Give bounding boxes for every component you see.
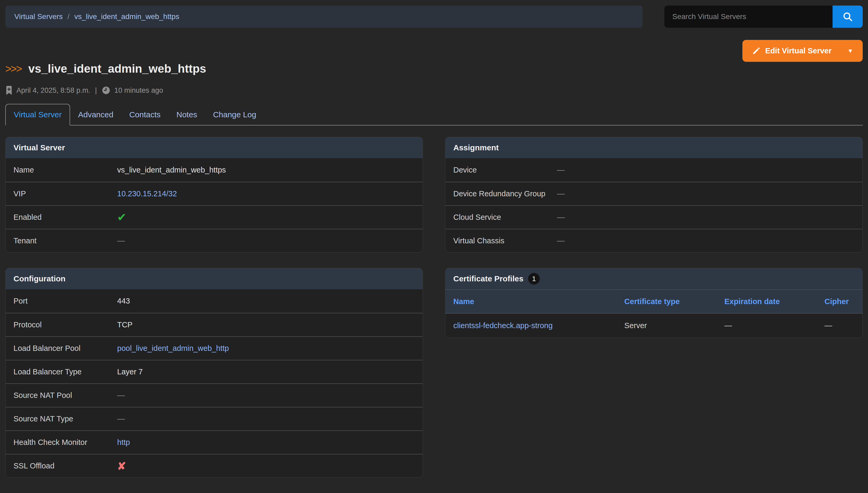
- table-row: clientssl-fedcheck.app-strong Server — —: [445, 313, 863, 338]
- row-label: Device: [453, 166, 557, 174]
- column-header-expiration-date[interactable]: Expiration date: [716, 290, 816, 313]
- table-row: Protocol TCP: [5, 313, 423, 336]
- row-value: 443: [117, 297, 130, 305]
- health-check-monitor-link[interactable]: http: [117, 438, 130, 447]
- title-chevrons: >>>: [5, 63, 21, 75]
- column-header-certificate-type[interactable]: Certificate type: [617, 290, 716, 313]
- cipher-cell: —: [817, 313, 863, 338]
- bookmark-icon: [5, 86, 13, 95]
- row-value: Layer 7: [117, 367, 143, 376]
- table-row: Device Redundancy Group —: [445, 182, 863, 205]
- table-row: Port 443: [5, 289, 423, 313]
- pencil-icon: [752, 47, 760, 55]
- row-value: —: [117, 391, 125, 400]
- row-label: Device Redundancy Group: [453, 189, 557, 198]
- breadcrumb-link-current-object[interactable]: vs_live_ident_admin_web_https: [74, 13, 179, 21]
- row-label: Source NAT Type: [14, 414, 117, 423]
- table-row: Tenant —: [5, 229, 423, 252]
- row-value: —: [117, 236, 125, 245]
- row-label: Cloud Service: [453, 213, 557, 222]
- column-header-cipher[interactable]: Cipher: [817, 290, 863, 313]
- row-value: —: [557, 213, 565, 222]
- meta-separator: |: [95, 86, 97, 94]
- clock-icon: [102, 86, 110, 95]
- tab-advanced[interactable]: Advanced: [70, 104, 121, 125]
- tab-change-log[interactable]: Change Log: [205, 104, 264, 125]
- table-row: Cloud Service —: [445, 205, 863, 229]
- table-row: Source NAT Pool —: [5, 383, 423, 407]
- cross-icon: ✘: [117, 461, 126, 471]
- expiration-date-cell: —: [716, 313, 816, 338]
- search-bar: [664, 5, 863, 28]
- table-row: Load Balancer Pool pool_live_ident_admin…: [5, 336, 423, 360]
- breadcrumb-link-virtual-servers[interactable]: Virtual Servers: [14, 13, 63, 21]
- row-label: SSL Offload: [14, 462, 117, 470]
- check-icon: ✔: [117, 212, 126, 223]
- row-value: —: [557, 166, 565, 174]
- certificate-profiles-table: Name Certificate type Expiration date Ci…: [445, 289, 863, 338]
- row-value: —: [557, 189, 565, 198]
- table-row: SSL Offload ✘: [5, 454, 423, 477]
- vip-link[interactable]: 10.230.15.214/32: [117, 189, 177, 198]
- left-column: Virtual Server Name vs_live_ident_admin_…: [5, 137, 423, 478]
- row-label: Source NAT Pool: [14, 391, 117, 400]
- panel-virtual-server: Virtual Server Name vs_live_ident_admin_…: [5, 137, 423, 253]
- object-meta: April 4, 2025, 8:58 p.m. | 10 minutes ag…: [5, 86, 863, 95]
- page-title-text: vs_live_ident_admin_web_https: [28, 62, 206, 75]
- table-row: Enabled ✔: [5, 205, 423, 229]
- table-row: VIP 10.230.15.214/32: [5, 182, 423, 205]
- edit-button-label: Edit Virtual Server: [765, 46, 831, 55]
- count-badge: 1: [528, 273, 540, 284]
- certificate-type-cell: Server: [617, 313, 716, 338]
- tab-notes[interactable]: Notes: [168, 104, 205, 125]
- search-icon: [842, 11, 853, 22]
- table-header-row: Name Certificate type Expiration date Ci…: [445, 290, 863, 313]
- chevron-down-icon: ▼: [847, 47, 853, 55]
- breadcrumb-separator: /: [67, 13, 69, 21]
- last-updated: 10 minutes ago: [114, 86, 163, 94]
- breadcrumb: Virtual Servers / vs_live_ident_admin_we…: [5, 5, 643, 28]
- search-button[interactable]: [832, 5, 863, 28]
- tab-contacts[interactable]: Contacts: [121, 104, 168, 125]
- row-label: Enabled: [14, 213, 117, 222]
- top-bar: Virtual Servers / vs_live_ident_admin_we…: [5, 5, 863, 28]
- table-row: Device —: [445, 158, 863, 182]
- tab-bar: Virtual Server Advanced Contacts Notes C…: [5, 104, 863, 126]
- load-balancer-pool-link[interactable]: pool_live_ident_admin_web_http: [117, 344, 229, 352]
- row-label: Load Balancer Pool: [14, 344, 117, 353]
- panel-virtual-server-title: Virtual Server: [5, 137, 423, 158]
- row-label: Name: [14, 166, 117, 174]
- table-row: Virtual Chassis —: [445, 229, 863, 252]
- table-row: Load Balancer Type Layer 7: [5, 360, 423, 383]
- row-value: —: [557, 236, 565, 245]
- page-title: >>> vs_live_ident_admin_web_https: [5, 28, 863, 75]
- tab-virtual-server[interactable]: Virtual Server: [5, 104, 70, 126]
- panel-assignment: Assignment Device — Device Redundancy Gr…: [445, 137, 863, 253]
- row-label: Virtual Chassis: [453, 236, 557, 245]
- panel-assignment-title: Assignment: [445, 137, 863, 158]
- panel-configuration: Configuration Port 443 Protocol TCP Load…: [5, 268, 423, 478]
- search-input[interactable]: [664, 5, 832, 28]
- page-header: Edit Virtual Server ▼ >>> vs_live_ident_…: [5, 28, 863, 95]
- row-label: VIP: [14, 189, 117, 198]
- row-label: Protocol: [14, 320, 117, 329]
- table-row: Name vs_live_ident_admin_web_https: [5, 158, 423, 182]
- row-label: Port: [14, 297, 117, 305]
- row-value: TCP: [117, 320, 133, 329]
- content-grid: Virtual Server Name vs_live_ident_admin_…: [5, 137, 863, 478]
- panel-certificate-profiles-title: Certificate Profiles 1: [445, 268, 863, 289]
- table-row: Source NAT Type —: [5, 407, 423, 430]
- row-value: —: [117, 414, 125, 423]
- table-row: Health Check Monitor http: [5, 430, 423, 454]
- panel-certificate-profiles: Certificate Profiles 1 Name Certificate …: [445, 268, 863, 338]
- right-column: Assignment Device — Device Redundancy Gr…: [445, 137, 863, 338]
- row-label: Tenant: [14, 236, 117, 245]
- certificate-profile-link[interactable]: clientssl-fedcheck.app-strong: [453, 321, 553, 330]
- created-date: April 4, 2025, 8:58 p.m.: [16, 86, 90, 94]
- row-label: Load Balancer Type: [14, 367, 117, 376]
- panel-configuration-title: Configuration: [5, 268, 423, 289]
- edit-virtual-server-button[interactable]: Edit Virtual Server ▼: [742, 40, 863, 62]
- row-value: vs_live_ident_admin_web_https: [117, 166, 226, 174]
- row-label: Health Check Monitor: [14, 438, 117, 447]
- column-header-name[interactable]: Name: [445, 290, 617, 313]
